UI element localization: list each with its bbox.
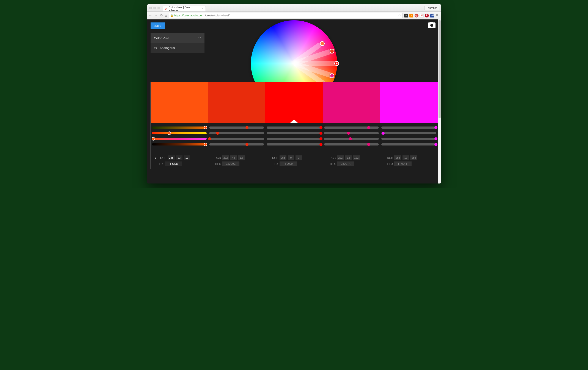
slider-dot[interactable] (245, 143, 249, 146)
camera-button[interactable] (428, 22, 435, 28)
hex-value[interactable]: FF0000 (280, 162, 297, 166)
slider-cell[interactable] (265, 132, 323, 135)
swatch[interactable] (265, 82, 323, 123)
slider-track (267, 132, 321, 134)
slider-dot[interactable] (382, 132, 385, 135)
color-rule-option[interactable]: Analogous (151, 43, 204, 53)
reload-button[interactable]: ⟳ (160, 13, 163, 18)
wheel-handle[interactable] (330, 73, 334, 78)
rgb-value[interactable]: 255 (168, 155, 175, 160)
profile-button[interactable]: Laurence (424, 6, 439, 10)
play-icon[interactable]: ▶ (155, 157, 157, 159)
slider-cell[interactable] (380, 132, 437, 135)
slider-cell[interactable] (380, 143, 437, 146)
slider-cell[interactable] (265, 137, 323, 140)
back-button[interactable]: ← (149, 14, 152, 18)
scrollbar[interactable] (438, 19, 441, 184)
slider-cell[interactable] (323, 143, 380, 146)
swatch[interactable] (323, 82, 380, 123)
rgb-value[interactable]: 255 (410, 155, 417, 160)
slider-dot[interactable] (367, 126, 370, 129)
extension-badge-icon[interactable]: 100 (430, 14, 434, 18)
slider-cell[interactable] (323, 132, 380, 135)
close-tab-icon[interactable]: × (202, 7, 203, 10)
slider-dot[interactable] (434, 126, 437, 129)
browser-window: Color wheel | Color scheme × Laurence ← … (147, 4, 441, 184)
slider-handle[interactable] (204, 126, 207, 129)
slider-cell[interactable] (208, 143, 265, 146)
rgb-value[interactable]: 13 (402, 155, 409, 160)
slider-handle[interactable] (152, 137, 155, 141)
slider-dot[interactable] (434, 143, 437, 146)
rgb-value[interactable]: 232 (222, 155, 229, 160)
hex-value[interactable]: E82C0C (222, 162, 240, 166)
scrollbar-thumb[interactable] (439, 20, 441, 118)
traffic-lights[interactable] (149, 7, 160, 9)
slider-cell[interactable] (323, 137, 380, 140)
pinterest-extension-icon[interactable]: P (425, 14, 429, 18)
slider-cell[interactable] (208, 126, 265, 129)
address-bar[interactable]: 🔒 https://color.adobe.com/create/color-w… (169, 13, 402, 18)
rgb-value[interactable]: 12 (345, 155, 352, 160)
maximize-window-icon[interactable] (158, 7, 160, 9)
slider-dot[interactable] (434, 137, 437, 140)
rgb-value[interactable]: 13 (184, 155, 190, 160)
rgb-value[interactable]: 122 (353, 155, 360, 160)
wheel-handle[interactable] (320, 41, 325, 46)
home-button[interactable]: ⌂ (165, 14, 167, 18)
slider-dot[interactable] (319, 143, 323, 146)
slider-dot[interactable] (367, 143, 370, 146)
rgb-value[interactable]: 255 (280, 155, 286, 160)
wheel-handle[interactable] (330, 49, 334, 54)
slider-dot[interactable] (347, 132, 350, 135)
close-window-icon[interactable] (149, 7, 152, 9)
forward-button[interactable]: → (154, 14, 158, 18)
slider-cell[interactable] (151, 137, 208, 140)
color-rule-panel: Color Rule ︾ Analogous (151, 33, 204, 53)
slider-cell[interactable] (208, 137, 265, 140)
rgb-value[interactable]: 232 (337, 155, 344, 160)
buffer-extension-icon[interactable]: ≡ (404, 14, 408, 18)
slider-cell[interactable] (380, 137, 437, 140)
slider-cell[interactable] (380, 126, 437, 129)
slider-cell[interactable] (323, 126, 380, 129)
gmail-extension-icon[interactable]: M (420, 14, 424, 18)
color-rule-header[interactable]: Color Rule ︾ (151, 33, 204, 43)
chrome-menu-icon[interactable]: ≡ (435, 13, 439, 18)
slider-cell[interactable] (208, 132, 265, 135)
slider-cell[interactable] (151, 126, 208, 129)
slider-handle[interactable] (168, 131, 171, 135)
rgb-value[interactable]: 0 (295, 155, 302, 160)
values-panel: ▶RGB2558313HEXFF530DRGB2324412HEXE82C0CR… (151, 154, 438, 168)
slider-dot[interactable] (216, 132, 219, 135)
hex-value[interactable]: E80C7A (337, 162, 354, 166)
slider-dot[interactable] (208, 137, 211, 140)
slider-dot[interactable] (349, 137, 352, 140)
slider-dot[interactable] (319, 126, 323, 129)
hex-value[interactable]: FF0DFF (394, 162, 411, 166)
slider-dot[interactable] (319, 137, 323, 140)
swatch[interactable] (380, 82, 437, 123)
slider-cell[interactable] (151, 143, 208, 146)
slider-cell[interactable] (265, 143, 323, 146)
slider-handle[interactable] (204, 143, 207, 146)
rgb-value[interactable]: 255 (394, 155, 401, 160)
rgb-value[interactable]: 44 (230, 155, 237, 160)
analytics-extension-icon[interactable]: ✓ (410, 14, 413, 18)
minimize-window-icon[interactable] (153, 7, 156, 9)
bookmark-star-icon[interactable]: ☆ (398, 14, 401, 17)
save-button[interactable]: Save (151, 22, 165, 29)
extension-icon[interactable]: ◐ (415, 14, 419, 18)
slider-cell[interactable] (151, 132, 208, 135)
swatch[interactable] (151, 82, 208, 123)
slider-cell[interactable] (265, 126, 323, 129)
slider-dot[interactable] (245, 126, 249, 129)
rgb-value[interactable]: 0 (288, 155, 294, 160)
browser-tab[interactable]: Color wheel | Color scheme × (163, 6, 206, 11)
rgb-value[interactable]: 12 (238, 155, 245, 160)
hex-value[interactable]: FF530D (165, 162, 182, 166)
rgb-value[interactable]: 83 (176, 155, 182, 160)
slider-dot[interactable] (319, 132, 323, 135)
wheel-handle[interactable] (334, 61, 339, 66)
swatch[interactable] (208, 82, 265, 123)
